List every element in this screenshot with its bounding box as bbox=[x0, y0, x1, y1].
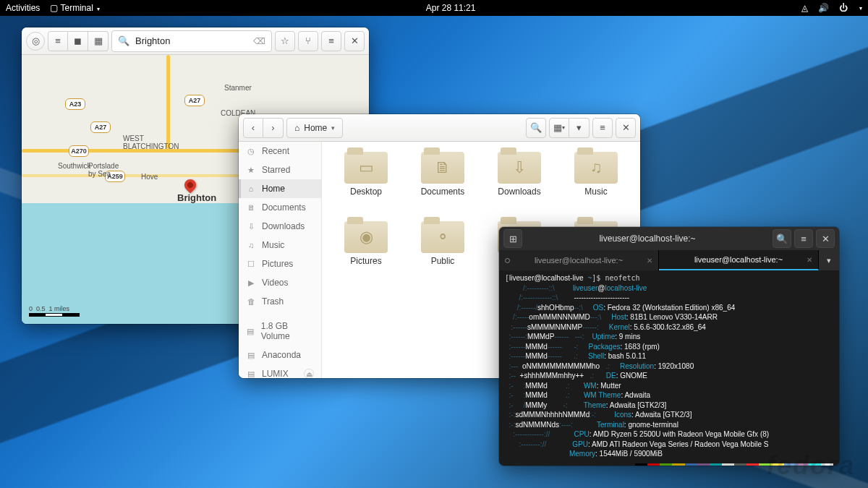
gnome-topbar: Activities ▢ Terminal ▾ Apr 28 11:21 ◬ 🔊… bbox=[0, 0, 868, 16]
sidebar-item-lumix[interactable]: ▤LUMIX⏏ bbox=[239, 364, 321, 378]
files-search-button[interactable]: 🔍 bbox=[526, 118, 546, 138]
nav-forward-button[interactable]: › bbox=[263, 118, 284, 138]
sidebar-item-icon: ▤ bbox=[246, 369, 256, 379]
nav-back-button[interactable]: ‹ bbox=[243, 118, 263, 138]
sidebar-item-documents[interactable]: 🗎Documents bbox=[239, 198, 321, 217]
sidebar-item-1-8-gb-volume[interactable]: ▤1.8 GB Volume bbox=[239, 317, 321, 346]
route-button[interactable]: ⑂ bbox=[298, 31, 318, 51]
folder-icon: ⚬ bbox=[421, 221, 464, 253]
terminal-search-button[interactable]: 🔍 bbox=[773, 229, 791, 248]
folder-label: Documents bbox=[421, 187, 465, 197]
files-close-button[interactable]: ✕ bbox=[616, 118, 636, 138]
geolocate-button[interactable]: ◎ bbox=[26, 32, 45, 51]
maps-search-input[interactable]: 🔍 Brighton ⌫ bbox=[111, 30, 272, 52]
sidebar-item-icon: ▤ bbox=[246, 351, 256, 360]
layers-button[interactable]: ≡ bbox=[48, 31, 68, 51]
sidebar-item-label: Recent bbox=[262, 146, 289, 156]
road-shield: A27 bbox=[90, 121, 111, 133]
network-icon[interactable]: ◬ bbox=[801, 3, 808, 13]
maps-menu-button[interactable]: ≡ bbox=[321, 31, 341, 51]
tab-indicator-icon bbox=[505, 258, 510, 263]
sidebar-item-anaconda[interactable]: ▤Anaconda bbox=[239, 346, 321, 364]
tab-dropdown-button[interactable]: ▾ bbox=[819, 250, 839, 270]
sidebar-item-icon: 🗎 bbox=[246, 203, 256, 212]
activities-button[interactable]: Activities bbox=[6, 3, 40, 13]
sidebar-item-home[interactable]: ⌂Home bbox=[239, 179, 321, 198]
folder-label: Pictures bbox=[350, 256, 381, 266]
map-pin-icon[interactable] bbox=[182, 177, 199, 194]
sidebar-item-label: Anaconda bbox=[262, 350, 301, 360]
folder-icon: ◉ bbox=[344, 221, 388, 253]
sidebar-item-label: Downloads bbox=[262, 221, 305, 231]
sidebar-item-downloads[interactable]: ⇩Downloads bbox=[239, 217, 321, 236]
appmenu-button[interactable]: ▢ Terminal ▾ bbox=[50, 3, 100, 13]
tab-close-icon[interactable]: ✕ bbox=[807, 256, 812, 264]
sidebar-item-label: 1.8 GB Volume bbox=[261, 321, 314, 341]
search-text: Brighton bbox=[135, 35, 170, 46]
folder-label: Desktop bbox=[350, 187, 382, 197]
sidebar-item-videos[interactable]: ▶Videos bbox=[239, 273, 321, 292]
path-label: Home bbox=[304, 123, 327, 133]
map-scale: 0 0.5 1 miles bbox=[29, 305, 80, 317]
sidebar-item-icon: ☐ bbox=[246, 260, 256, 269]
folder-downloads[interactable]: ⇩Downloads bbox=[482, 152, 556, 217]
tab-close-icon[interactable]: ✕ bbox=[647, 257, 652, 265]
sidebar-item-label: Music bbox=[262, 240, 284, 250]
sidebar-item-icon: ⌂ bbox=[246, 184, 256, 193]
place-label: WEST BLATCHINGTON bbox=[123, 134, 179, 150]
sidebar-item-trash[interactable]: 🗑Trash bbox=[239, 292, 321, 311]
path-bar[interactable]: ⌂ Home ▾ bbox=[286, 118, 343, 138]
maps-close-button[interactable]: ✕ bbox=[344, 31, 365, 51]
terminal-window: ⊞ liveuser@localhost-live:~ 🔍 ≡ ✕ liveus… bbox=[499, 227, 839, 466]
folder-desktop[interactable]: ▭Desktop bbox=[329, 152, 403, 217]
folder-public[interactable]: ⚬Public bbox=[406, 221, 480, 286]
sidebar-item-pictures[interactable]: ☐Pictures bbox=[239, 254, 321, 273]
folder-label: Downloads bbox=[498, 187, 540, 197]
clear-search-icon[interactable]: ⌫ bbox=[253, 36, 265, 46]
clock-label[interactable]: Apr 28 11:21 bbox=[426, 3, 476, 13]
folder-label: Public bbox=[431, 256, 455, 266]
terminal-tab-active[interactable]: liveuser@localhost-live:~ ✕ bbox=[659, 250, 819, 270]
folder-icon: ⇩ bbox=[498, 152, 541, 184]
view-options-button[interactable]: ▾ bbox=[569, 118, 590, 138]
place-label: Portslade by Sea bbox=[88, 162, 119, 178]
terminal-tab[interactable]: liveuser@localhost-live:~ ✕ bbox=[499, 250, 659, 270]
view-map-button[interactable]: ◼ bbox=[68, 31, 88, 51]
appmenu-label: Terminal bbox=[60, 3, 93, 13]
folder-icon: ♫ bbox=[574, 152, 618, 184]
new-tab-button[interactable]: ⊞ bbox=[503, 229, 522, 248]
files-menu-button[interactable]: ≡ bbox=[592, 118, 613, 138]
sidebar-item-label: Starred bbox=[262, 165, 290, 175]
volume-icon[interactable]: 🔊 bbox=[818, 3, 829, 13]
distro-watermark: fedora bbox=[767, 450, 855, 481]
eject-icon[interactable]: ⏏ bbox=[304, 369, 314, 378]
terminal-output[interactable]: [liveuser@localhost-live ~]$ neofetch /:… bbox=[499, 270, 839, 466]
terminal-close-button[interactable]: ✕ bbox=[816, 229, 835, 248]
power-icon[interactable]: ⏻ bbox=[839, 3, 848, 13]
search-icon: 🔍 bbox=[118, 35, 129, 46]
files-titlebar: ‹ › ⌂ Home ▾ 🔍 ▦▾ ▾ ≡ ✕ bbox=[239, 114, 640, 142]
folder-documents[interactable]: 🗎Documents bbox=[406, 152, 480, 217]
folder-music[interactable]: ♫Music bbox=[559, 152, 633, 217]
maps-titlebar: ◎ ≡ ◼ ▦ 🔍 Brighton ⌫ ☆ ⑂ ≡ ✕ bbox=[22, 27, 369, 55]
view-grid-button[interactable]: ▦▾ bbox=[549, 118, 569, 138]
systemmenu-chevron-icon[interactable]: ▾ bbox=[859, 5, 862, 12]
folder-icon: ▭ bbox=[344, 152, 388, 184]
favorite-button[interactable]: ☆ bbox=[275, 31, 295, 51]
sidebar-item-icon: ▶ bbox=[246, 278, 256, 288]
sidebar-item-music[interactable]: ♫Music bbox=[239, 236, 321, 254]
sidebar-item-starred[interactable]: ★Starred bbox=[239, 160, 321, 179]
place-label: Southwick bbox=[58, 162, 91, 170]
view-satellite-button[interactable]: ▦ bbox=[88, 31, 109, 51]
sidebar-item-icon: 🗑 bbox=[246, 297, 256, 306]
folder-icon: 🗎 bbox=[421, 152, 464, 184]
sidebar-item-label: Home bbox=[262, 184, 285, 194]
road-shield: A270 bbox=[69, 145, 89, 157]
files-sidebar: ◷Recent★Starred⌂Home🗎Documents⇩Downloads… bbox=[239, 142, 322, 378]
sidebar-item-recent[interactable]: ◷Recent bbox=[239, 142, 321, 160]
folder-pictures[interactable]: ◉Pictures bbox=[329, 221, 403, 286]
terminal-menu-button[interactable]: ≡ bbox=[794, 229, 813, 248]
terminal-tabbar: liveuser@localhost-live:~ ✕ liveuser@loc… bbox=[499, 250, 839, 270]
sidebar-item-icon: ♫ bbox=[246, 241, 256, 249]
chevron-down-icon[interactable]: ▾ bbox=[331, 124, 335, 132]
